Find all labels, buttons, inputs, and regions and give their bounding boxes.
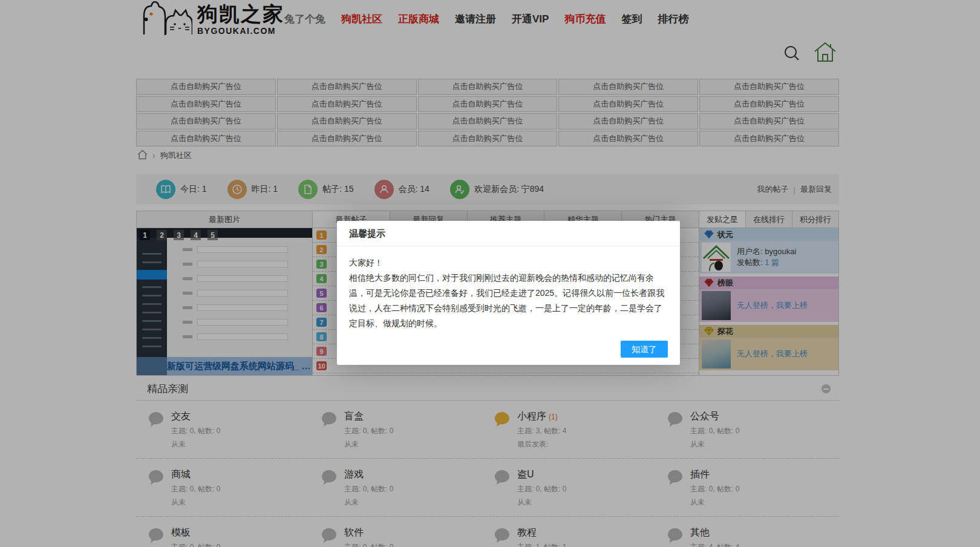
- confirm-button[interactable]: 知道了: [621, 341, 668, 358]
- dialog-title: 温馨提示: [337, 221, 680, 246]
- page: 狗凯之家 BYGOUKAI.COM 兔了个兔 狗凯社区 正版商城 邀请注册 开通…: [0, 0, 980, 547]
- dialog-text: 相信绝大多数的同仁们，对于我们刚刚过去的迎新晚会的热情和感动的记忆尚有余温，可是…: [349, 270, 668, 331]
- notice-dialog: 温馨提示 大家好！ 相信绝大多数的同仁们，对于我们刚刚过去的迎新晚会的热情和感动…: [337, 221, 680, 365]
- dialog-greeting: 大家好！: [349, 255, 668, 270]
- dialog-body: 大家好！ 相信绝大多数的同仁们，对于我们刚刚过去的迎新晚会的热情和感动的记忆尚有…: [337, 246, 680, 331]
